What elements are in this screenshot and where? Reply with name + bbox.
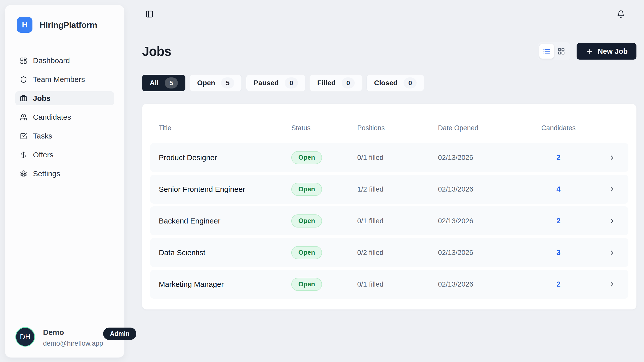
job-title: Product Designer [159, 153, 291, 162]
content: Jobs New Job All 5 [125, 39, 644, 309]
sidebar: H HiringPlatform Dashboard Team Members … [5, 5, 125, 358]
candidates-count[interactable]: 4 [526, 185, 591, 193]
status-badge: Open [291, 246, 322, 259]
users-icon [20, 114, 27, 121]
column-header-title: Title [159, 124, 291, 132]
sidebar-item-dashboard[interactable]: Dashboard [15, 54, 114, 68]
date-opened-cell: 02/13/2026 [438, 249, 526, 257]
page-title: Jobs [142, 44, 171, 59]
filter-label: Open [197, 79, 215, 87]
filter-label: Paused [254, 79, 279, 87]
table-row[interactable]: Senior Frontend Engineer Open 1/2 filled… [150, 175, 628, 204]
user-name: Demo [43, 328, 103, 337]
table-row[interactable]: Product Designer Open 0/1 filled 02/13/2… [150, 143, 628, 172]
filter-tab-open[interactable]: Open 5 [190, 75, 242, 91]
sidebar-item-label: Team Members [33, 75, 85, 84]
sidebar-item-label: Settings [33, 169, 60, 178]
filter-tabs: All 5 Open 5 Paused 0 Filled 0 Closed 0 [142, 75, 636, 91]
sidebar-item-tasks[interactable]: Tasks [15, 129, 114, 143]
chevron-right-icon[interactable] [608, 154, 616, 161]
user-card[interactable]: DH Demo demo@hireflow.app Admin [15, 327, 114, 347]
dollar-icon [20, 151, 27, 159]
brand-name: HiringPlatform [39, 20, 97, 30]
sidebar-item-label: Tasks [33, 132, 52, 140]
job-title: Senior Frontend Engineer [159, 185, 291, 194]
user-email: demo@hireflow.app [43, 340, 103, 347]
chevron-right-icon[interactable] [608, 217, 616, 225]
sidebar-item-offers[interactable]: Offers [15, 148, 114, 162]
candidates-count[interactable]: 2 [526, 153, 591, 162]
shield-icon [20, 76, 27, 83]
date-opened-cell: 02/13/2026 [438, 217, 526, 225]
sidebar-item-team-members[interactable]: Team Members [15, 72, 114, 86]
chevron-right-icon[interactable] [608, 281, 616, 288]
sidebar-item-label: Candidates [33, 113, 71, 121]
list-view-button[interactable] [539, 44, 554, 59]
sidebar-toggle-icon[interactable] [145, 10, 153, 18]
date-opened-cell: 02/13/2026 [438, 185, 526, 193]
briefcase-icon [20, 95, 27, 102]
avatar: DH [15, 327, 35, 347]
table-row[interactable]: Data Scientist Open 0/2 filled 02/13/202… [150, 238, 628, 267]
brand-logo: H [17, 17, 32, 33]
sidebar-nav: Dashboard Team Members Jobs Candidates T… [5, 54, 124, 181]
candidates-count[interactable]: 3 [526, 248, 591, 257]
column-header-candidates: Candidates [526, 124, 591, 132]
view-toggle [538, 42, 570, 60]
filter-tab-closed[interactable]: Closed 0 [367, 75, 424, 91]
gear-icon [20, 170, 27, 177]
candidates-count[interactable]: 2 [526, 280, 591, 288]
page-header: Jobs New Job [142, 39, 636, 64]
sidebar-item-jobs[interactable]: Jobs [15, 91, 114, 105]
filter-label: Closed [374, 79, 397, 87]
status-badge: Open [291, 278, 322, 291]
filter-tab-paused[interactable]: Paused 0 [246, 75, 305, 91]
column-header-date-opened: Date Opened [438, 124, 526, 132]
chevron-right-icon[interactable] [608, 186, 616, 193]
chevron-right-icon[interactable] [608, 249, 616, 256]
date-opened-cell: 02/13/2026 [438, 280, 526, 288]
main-area: Jobs New Job All 5 [125, 0, 644, 362]
positions-cell: 0/1 filled [357, 154, 438, 162]
candidates-count[interactable]: 2 [526, 217, 591, 225]
table-row[interactable]: Marketing Manager Open 0/1 filled 02/13/… [150, 270, 628, 299]
table-header-row: Title Status Positions Date Opened Candi… [150, 122, 628, 133]
job-title: Data Scientist [159, 248, 291, 257]
positions-cell: 0/1 filled [357, 280, 438, 288]
bell-icon[interactable] [617, 10, 625, 18]
column-header-status: Status [291, 124, 357, 132]
new-job-label: New Job [598, 47, 628, 56]
filter-label: All [150, 79, 159, 87]
job-title: Backend Engineer [159, 217, 291, 225]
user-info: Demo demo@hireflow.app [43, 327, 103, 347]
brand-logo-letter: H [22, 21, 27, 29]
status-badge: Open [291, 214, 322, 228]
positions-cell: 1/2 filled [357, 185, 438, 193]
topbar [125, 0, 644, 28]
filter-label: Filled [317, 79, 336, 87]
sidebar-item-label: Dashboard [33, 56, 70, 65]
sidebar-item-label: Jobs [33, 94, 51, 103]
grid-icon [557, 48, 565, 55]
filter-count: 5 [221, 77, 234, 88]
status-badge: Open [291, 151, 322, 164]
positions-cell: 0/2 filled [357, 249, 438, 257]
filter-count: 0 [404, 77, 417, 88]
list-icon [543, 48, 550, 55]
brand: H HiringPlatform [5, 5, 124, 33]
filter-count: 5 [165, 77, 178, 88]
avatar-initials: DH [20, 333, 30, 341]
dashboard-icon [20, 57, 27, 64]
filter-tab-all[interactable]: All 5 [142, 75, 185, 91]
filter-count: 0 [285, 77, 298, 88]
jobs-table-card: Title Status Positions Date Opened Candi… [142, 104, 636, 309]
grid-view-button[interactable] [554, 44, 569, 59]
table-row[interactable]: Backend Engineer Open 0/1 filled 02/13/2… [150, 206, 628, 235]
date-opened-cell: 02/13/2026 [438, 154, 526, 162]
positions-cell: 0/1 filled [357, 217, 438, 225]
filter-tab-filled[interactable]: Filled 0 [310, 75, 362, 91]
sidebar-item-candidates[interactable]: Candidates [15, 110, 114, 124]
new-job-button[interactable]: New Job [577, 43, 636, 60]
status-badge: Open [291, 183, 322, 196]
sidebar-item-settings[interactable]: Settings [15, 167, 114, 181]
